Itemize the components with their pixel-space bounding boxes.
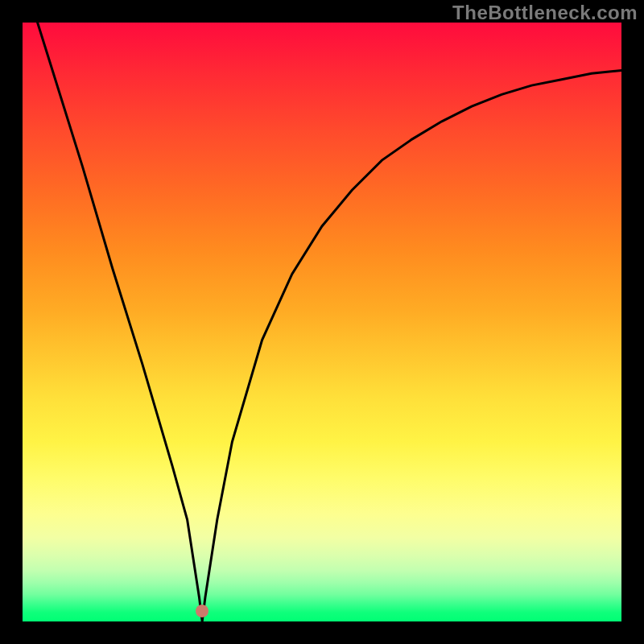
plot-background bbox=[23, 23, 621, 621]
watermark-text: TheBottleneck.com bbox=[452, 2, 638, 24]
chart-container: TheBottleneck.com bbox=[0, 0, 644, 644]
